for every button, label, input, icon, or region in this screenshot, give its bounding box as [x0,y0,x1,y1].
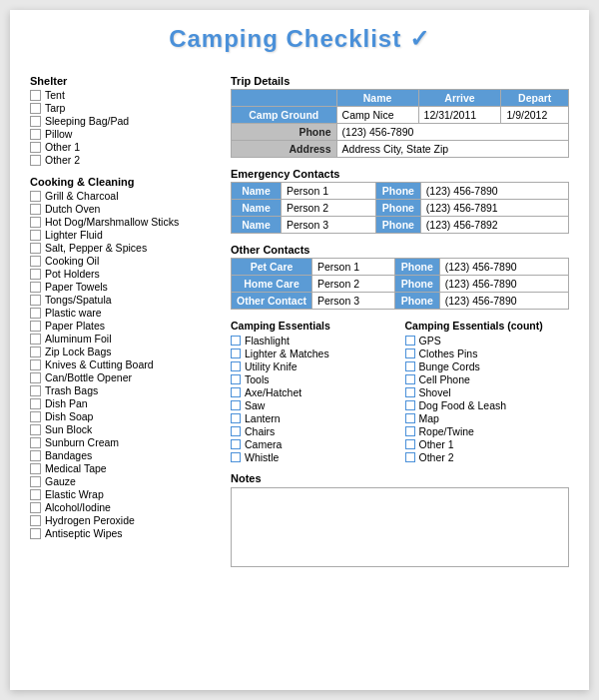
address-label: Address [232,141,337,158]
cooking-item: Dish Pan [30,397,215,409]
contact-name: Person 1 [282,183,376,200]
checkbox[interactable] [30,129,41,140]
checkbox[interactable] [30,90,41,101]
checkbox[interactable] [30,411,41,422]
essentials-item: Shovel [405,386,570,398]
checkbox[interactable] [30,204,41,215]
checkbox[interactable] [30,217,41,228]
ess-checkbox[interactable] [231,349,241,358]
checkbox[interactable] [30,372,41,383]
ess-label: Bunge Cords [419,360,480,372]
ess-checkbox[interactable] [405,452,415,462]
shelter-list: TentTarpSleeping Bag/PadPillowOther 1Oth… [30,89,215,166]
checkbox[interactable] [30,528,41,539]
checkbox[interactable] [30,155,41,166]
contact-phone: (123) 456-7890 [439,293,568,310]
checkbox[interactable] [30,191,41,202]
checkmark-icon: ✓ [409,25,430,52]
item-label: Aluminum Foil [45,333,112,345]
essentials-item: Tools [231,373,395,385]
checkbox[interactable] [30,502,41,513]
item-label: Sleeping Bag/Pad [45,115,129,127]
ess-checkbox[interactable] [231,426,241,436]
checkbox[interactable] [30,308,41,319]
checkbox[interactable] [30,321,41,332]
ess-checkbox[interactable] [405,349,415,358]
ess-checkbox[interactable] [405,336,415,346]
ess-checkbox[interactable] [405,387,415,397]
checkbox[interactable] [30,437,41,448]
trip-arrive: 12/31/2011 [418,107,501,124]
checkbox[interactable] [30,515,41,526]
cooking-item: Alcohol/Iodine [30,501,215,513]
checkbox[interactable] [30,230,41,241]
checkbox[interactable] [30,243,41,254]
checkbox[interactable] [30,142,41,153]
trip-arrive-header: Arrive [418,90,501,107]
checkbox[interactable] [30,476,41,487]
essentials-item: Rope/Twine [405,425,570,437]
checkbox[interactable] [30,269,41,280]
phone-label-cell: Phone [394,293,439,310]
ess-checkbox[interactable] [405,400,415,410]
checkbox[interactable] [30,398,41,409]
essentials-item: Utility Knife [231,360,395,372]
cooking-item: Cooking Oil [30,255,215,267]
ess-checkbox[interactable] [231,400,241,410]
item-label: Tongs/Spatula [45,294,112,306]
ess-checkbox[interactable] [231,387,241,397]
ess-checkbox[interactable] [405,374,415,384]
checkbox[interactable] [30,103,41,114]
checkbox[interactable] [30,489,41,500]
other-contact-row: Pet Care Person 1 Phone (123) 456-7890 [232,259,569,276]
checkbox[interactable] [30,463,41,474]
ess-checkbox[interactable] [405,413,415,423]
item-label: Dutch Oven [45,203,100,215]
ess-label: Utility Knife [245,360,298,372]
checkbox[interactable] [30,282,41,293]
checkbox[interactable] [30,256,41,267]
trip-depart: 1/9/2012 [501,107,569,124]
essentials-item: Dog Food & Leash [405,399,570,411]
checkbox[interactable] [30,424,41,435]
checkbox[interactable] [30,347,41,357]
cooking-item: Grill & Charcoal [30,190,215,202]
ess-checkbox[interactable] [231,452,241,462]
emergency-row: Name Person 3 Phone (123) 456-7892 [232,217,569,234]
checkbox[interactable] [30,385,41,396]
checkbox[interactable] [30,450,41,461]
ess-label: Whistle [245,451,279,463]
item-label: Sunburn Cream [45,436,119,448]
ess-checkbox[interactable] [231,413,241,423]
essentials-item: Camera [231,438,395,450]
essentials-item: Other 2 [405,451,570,463]
checkbox[interactable] [30,334,41,345]
essentials-right-title: Camping Essentials (count) [405,320,570,332]
item-label: Pot Holders [45,268,100,280]
essentials-right-col: Camping Essentials (count) GPSClothes Pi… [405,320,570,464]
ess-checkbox[interactable] [231,439,241,449]
checkbox[interactable] [30,295,41,306]
cooking-item: Elastic Wrap [30,488,215,500]
main-layout: Shelter TentTarpSleeping Bag/PadPillowOt… [30,67,569,567]
ess-checkbox[interactable] [231,361,241,371]
checkbox[interactable] [30,116,41,127]
ess-checkbox[interactable] [405,439,415,449]
essentials-item: Clothes Pins [405,348,570,359]
checkbox[interactable] [30,359,41,370]
contact-name: Person 1 [312,259,395,276]
ess-checkbox[interactable] [405,426,415,436]
shelter-item: Tent [30,89,215,101]
shelter-title: Shelter [30,75,215,87]
ess-checkbox[interactable] [405,361,415,371]
item-label: Antiseptic Wipes [45,527,123,539]
ess-checkbox[interactable] [231,374,241,384]
ess-checkbox[interactable] [231,336,241,346]
ess-label: Axe/Hatchet [245,386,301,398]
notes-box[interactable] [231,487,569,567]
ess-label: Lantern [245,412,281,424]
item-label: Knives & Cutting Board [45,358,154,370]
ess-label: Shovel [419,386,451,398]
ess-label: Map [419,412,439,424]
cooking-item: Hot Dog/Marshmallow Sticks [30,216,215,228]
